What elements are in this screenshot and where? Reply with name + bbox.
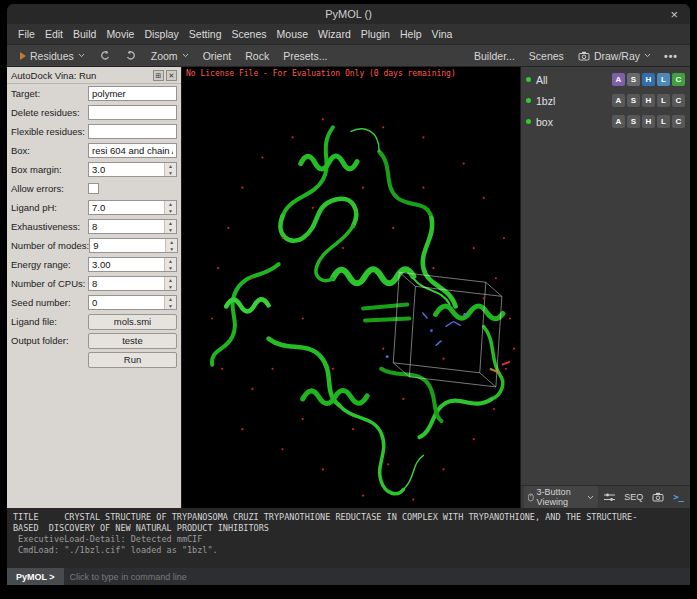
label-button[interactable]: L	[657, 115, 670, 128]
object-name-1bzl[interactable]: 1bzl	[536, 95, 610, 107]
close-icon[interactable]: ×	[670, 4, 678, 24]
undo-icon	[99, 50, 111, 62]
run-row: Run	[7, 350, 181, 369]
seed-number-input[interactable]	[89, 296, 164, 309]
ligand-file-button[interactable]: mols.smi	[88, 314, 177, 330]
hide-button[interactable]: H	[642, 94, 655, 107]
rock-button[interactable]: Rock	[238, 48, 276, 64]
number-of-cpus-input[interactable]	[89, 277, 164, 290]
menu-build[interactable]: Build	[68, 26, 101, 42]
menu-edit[interactable]: Edit	[40, 26, 68, 42]
vina-panel-header: AutoDock Vina: Run ⊞ ✕	[7, 67, 181, 84]
hide-button[interactable]: H	[642, 73, 655, 86]
menu-help[interactable]: Help	[395, 26, 427, 42]
menu-vina[interactable]: Vina	[427, 26, 458, 42]
field-energy-range: Energy range: ▲▼	[7, 255, 181, 274]
hide-button[interactable]: H	[642, 115, 655, 128]
field-number-of-cpus: Number of CPUs: ▲▼	[7, 274, 181, 293]
label-button[interactable]: L	[657, 94, 670, 107]
box-margin-input[interactable]	[89, 163, 164, 176]
overflow-menu-button[interactable]: •••	[658, 50, 684, 62]
terminal-toggle-button[interactable]: >_	[670, 491, 687, 503]
scenes-button[interactable]: Scenes	[522, 48, 571, 64]
label-button[interactable]: L	[657, 73, 670, 86]
delete-residues-input[interactable]	[88, 105, 177, 120]
object-color-dot	[526, 98, 531, 103]
panel-float-icon[interactable]: ⊞	[153, 70, 164, 81]
field-seed-number: Seed number: ▲▼	[7, 293, 181, 312]
menu-scenes[interactable]: Scenes	[227, 26, 272, 42]
menu-plugin[interactable]: Plugin	[356, 26, 395, 42]
field-exhaustiveness: Exhaustiveness: ▲▼	[7, 217, 181, 236]
allow-errors-checkbox[interactable]	[88, 183, 99, 194]
color-button[interactable]: C	[672, 94, 685, 107]
seq-toggle-button[interactable]: SEQ	[621, 491, 646, 503]
zoom-dropdown[interactable]: Zoom	[144, 48, 196, 64]
command-line-input[interactable]	[64, 568, 690, 585]
spinner-down-icon[interactable]: ▼	[165, 303, 176, 310]
panel-close-icon[interactable]: ✕	[166, 70, 177, 81]
mouse-mode-label: 3-Button Viewing	[537, 487, 585, 507]
eval-license-notice: No License File - For Evaluation Only (0…	[186, 69, 456, 78]
ligand-ph-input[interactable]	[89, 201, 164, 214]
snapshot-button[interactable]	[649, 491, 667, 503]
chevron-down-icon	[78, 53, 85, 58]
action-button[interactable]: A	[612, 115, 625, 128]
show-button[interactable]: S	[627, 94, 640, 107]
number-of-modes-input[interactable]	[90, 239, 165, 252]
builder-button[interactable]: Builder...	[467, 48, 522, 64]
presets-button[interactable]: Presets...	[276, 48, 334, 64]
undo-button[interactable]	[92, 48, 118, 64]
spinner-down-icon[interactable]: ▼	[165, 170, 176, 177]
orient-button[interactable]: Orient	[196, 48, 239, 64]
menu-bar: File Edit Build Movie Display Setting Sc…	[7, 24, 690, 44]
residues-dropdown[interactable]: Residues	[13, 48, 92, 64]
show-button[interactable]: S	[627, 73, 640, 86]
chevron-down-icon	[644, 53, 651, 58]
menu-display[interactable]: Display	[139, 26, 183, 42]
menu-mouse[interactable]: Mouse	[272, 26, 314, 42]
spinner-down-icon[interactable]: ▼	[165, 208, 176, 215]
spinner-down-icon[interactable]: ▼	[165, 284, 176, 291]
redo-button[interactable]	[118, 48, 144, 64]
draw-ray-dropdown[interactable]: Draw/Ray	[571, 48, 658, 64]
field-number-of-modes: Number of modes: ▲▼	[7, 236, 181, 255]
action-button[interactable]: A	[612, 94, 625, 107]
settings-sliders-button[interactable]	[601, 492, 618, 503]
spinner-down-icon[interactable]: ▼	[165, 265, 176, 272]
flexible-residues-input[interactable]	[88, 124, 177, 139]
3d-viewport[interactable]: No License File - For Evaluation Only (0…	[182, 67, 520, 508]
menu-wizard[interactable]: Wizard	[313, 26, 356, 42]
sliders-icon	[604, 493, 615, 502]
field-allow-errors: Allow errors:	[7, 179, 181, 198]
target-input[interactable]	[88, 86, 177, 101]
exhaustiveness-input[interactable]	[89, 220, 164, 233]
output-console[interactable]: TITLE CRYSTAL STRUCTURE OF TRYPANOSOMA C…	[7, 508, 690, 568]
menu-setting[interactable]: Setting	[184, 26, 227, 42]
main-toolbar: Residues Zoom Orient Rock Presets... Bui…	[7, 44, 690, 67]
object-row-all: All A S H L C	[521, 69, 690, 90]
color-button[interactable]: C	[672, 115, 685, 128]
action-button[interactable]: A	[612, 73, 625, 86]
spinner-down-icon[interactable]: ▼	[165, 227, 176, 234]
box-input[interactable]	[88, 143, 177, 158]
spinner-down-icon[interactable]: ▼	[166, 246, 177, 253]
show-button[interactable]: S	[627, 115, 640, 128]
run-button[interactable]: Run	[88, 352, 177, 368]
object-name-box[interactable]: box	[536, 116, 610, 128]
field-ligand-ph: Ligand pH: ▲▼	[7, 198, 181, 217]
residues-label: Residues	[30, 50, 74, 62]
draw-ray-label: Draw/Ray	[594, 50, 640, 62]
menu-file[interactable]: File	[13, 26, 40, 42]
title-bar[interactable]: PyMOL () ×	[7, 4, 690, 24]
energy-range-input[interactable]	[89, 258, 164, 271]
window-title: PyMOL ()	[325, 8, 372, 20]
output-folder-button[interactable]: teste	[88, 333, 177, 349]
object-panel: All A S H L C 1bzl A S H L C	[520, 67, 690, 508]
pymol-prompt-label: PyMOL >	[7, 568, 64, 585]
color-button[interactable]: C	[672, 73, 685, 86]
mouse-mode-dropdown[interactable]: 3-Button Viewing	[524, 486, 598, 508]
menu-movie[interactable]: Movie	[101, 26, 139, 42]
object-name-all[interactable]: All	[536, 74, 610, 86]
mouse-icon	[528, 492, 534, 503]
